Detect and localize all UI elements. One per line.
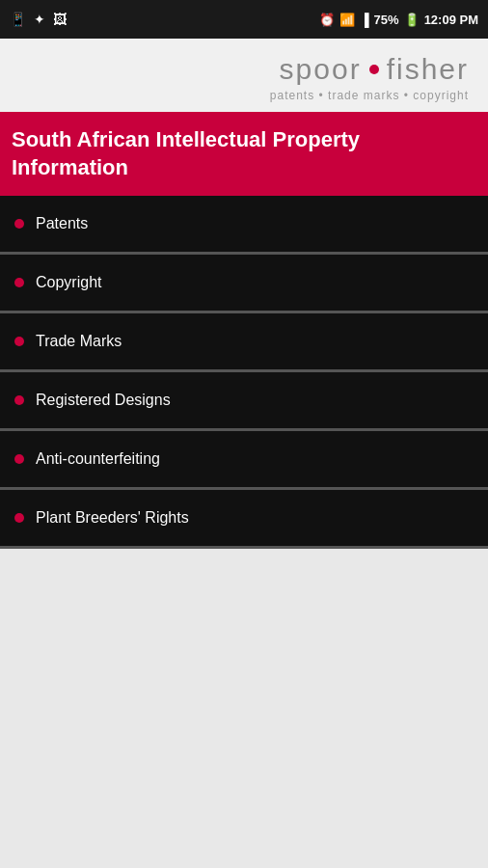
logo-subtitle: patents • trade marks • copyright (270, 89, 469, 102)
logo-area: spoor fisher patents • trade marks • cop… (0, 39, 488, 112)
bullet-icon-anti-counterfeiting (14, 454, 24, 464)
time-display: 12:09 PM (424, 13, 478, 27)
status-left-icons: 📱 ✦ 🖼 (10, 12, 67, 27)
menu-label-trade-marks: Trade Marks (36, 333, 122, 350)
menu-label-copyright: Copyright (36, 274, 101, 291)
whatsapp-icon: 📱 (10, 12, 26, 27)
image-icon: 🖼 (53, 12, 67, 27)
bullet-icon-registered-designs (14, 395, 24, 405)
bottom-area (0, 549, 488, 765)
logo: spoor fisher (280, 53, 469, 86)
menu-label-anti-counterfeiting: Anti-counterfeiting (36, 450, 160, 468)
menu-item-copyright[interactable]: Copyright (0, 255, 488, 313)
wifi-icon: 📶 (339, 13, 355, 27)
bullet-icon-copyright (14, 278, 24, 287)
page-title-banner: South African Intellectual Property Info… (0, 112, 488, 196)
alarm-icon: ⏰ (319, 13, 335, 27)
menu-item-trade-marks[interactable]: Trade Marks (0, 313, 488, 372)
dropbox-icon: ✦ (34, 12, 45, 27)
menu-item-registered-designs[interactable]: Registered Designs (0, 372, 488, 431)
bullet-icon-plant-breeders-rights (14, 513, 24, 523)
menu-item-plant-breeders-rights[interactable]: Plant Breeders' Rights (0, 490, 488, 549)
logo-part1: spoor (280, 53, 362, 86)
menu-list: Patents Copyright Trade Marks Registered… (0, 196, 488, 549)
bullet-icon-patents (14, 219, 24, 229)
battery-icon: 🔋 (404, 13, 420, 27)
status-right-info: ⏰ 📶 ▐ 75% 🔋 12:09 PM (319, 13, 478, 27)
signal-icon: ▐ (360, 13, 368, 27)
status-bar: 📱 ✦ 🖼 ⏰ 📶 ▐ 75% 🔋 12:09 PM (0, 0, 488, 39)
menu-label-patents: Patents (36, 215, 88, 232)
battery-percent: 75% (374, 13, 399, 27)
menu-label-plant-breeders-rights: Plant Breeders' Rights (36, 509, 189, 527)
menu-label-registered-designs: Registered Designs (36, 392, 171, 409)
menu-item-anti-counterfeiting[interactable]: Anti-counterfeiting (0, 431, 488, 490)
page-title: South African Intellectual Property Info… (12, 126, 476, 181)
menu-item-patents[interactable]: Patents (0, 196, 488, 255)
logo-part2: fisher (387, 53, 469, 86)
bullet-icon-trade-marks (14, 337, 24, 346)
logo-dot-icon (369, 65, 379, 74)
